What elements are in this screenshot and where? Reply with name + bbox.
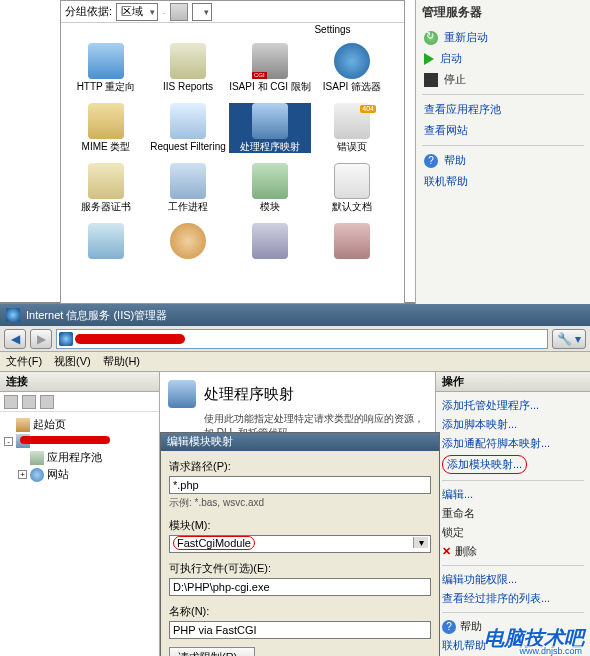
- collapse-icon[interactable]: -: [4, 437, 13, 446]
- help-icon-2: ?: [442, 620, 456, 634]
- content-title: 处理程序映射: [204, 385, 294, 404]
- address-bar: ◀ ▶ 🔧 ▾: [0, 326, 590, 352]
- feature-server-cert[interactable]: 服务器证书: [65, 163, 147, 213]
- feature-worker-process[interactable]: 工作进程: [147, 163, 229, 213]
- play-icon: [424, 53, 434, 65]
- feature-default-doc[interactable]: 默认文档: [311, 163, 393, 213]
- server-node-icon: [16, 434, 30, 448]
- features-icon-grid: HTTP 重定向 IIS Reports ISAPI 和 CGI 限制 ISAP…: [61, 35, 404, 279]
- iis-manager-window: Internet 信息服务 (IIS)管理器 ◀ ▶ 🔧 ▾ 文件(F) 视图(…: [0, 304, 590, 656]
- request-restrictions-button[interactable]: 请求限制(R)...: [169, 647, 255, 656]
- feature-request-filtering[interactable]: Request Filtering: [147, 103, 229, 153]
- action-restart[interactable]: 重新启动: [422, 27, 584, 48]
- action-view-ordered[interactable]: 查看经过排序的列表...: [442, 589, 584, 608]
- request-path-label: 请求路径(P):: [169, 459, 431, 474]
- action-add-module-mapping[interactable]: 添加模块映射...: [442, 455, 527, 474]
- menu-bar: 文件(F) 视图(V) 帮助(H): [0, 352, 590, 372]
- restart-icon: [424, 31, 438, 45]
- tree-app-pools[interactable]: 应用程序池: [4, 449, 155, 466]
- titlebar: Internet 信息服务 (IIS)管理器: [0, 304, 590, 326]
- stop-icon: [424, 73, 438, 87]
- connections-header: 连接: [0, 372, 159, 392]
- request-path-input[interactable]: [169, 476, 431, 494]
- name-label: 名称(N):: [169, 604, 431, 619]
- action-view-app-pools[interactable]: 查看应用程序池: [422, 99, 584, 120]
- connections-pane: 连接 起始页 - 应用程序池 +网站: [0, 372, 160, 656]
- tree-start-page[interactable]: 起始页: [4, 416, 155, 433]
- features-view: 分组依据: 区域 - Settings HTTP 重定向 IIS Reports…: [60, 0, 405, 304]
- action-help[interactable]: ?帮助: [422, 150, 584, 171]
- feature-http-redirect[interactable]: HTTP 重定向: [65, 43, 147, 93]
- tree-tool-3[interactable]: [40, 395, 54, 409]
- nav-back-button[interactable]: ◀: [4, 329, 26, 349]
- feature-generic-3[interactable]: [229, 223, 311, 261]
- feature-isapi-cgi[interactable]: ISAPI 和 CGI 限制: [229, 43, 311, 93]
- menu-file[interactable]: 文件(F): [6, 354, 42, 369]
- delete-icon: ✕: [442, 545, 451, 558]
- actions-pane: 操作 添加托管处理程序... 添加脚本映射... 添加通配符脚本映射... 添加…: [435, 372, 590, 656]
- group-by-combo[interactable]: 区域: [116, 3, 158, 21]
- window-title: Internet 信息服务 (IIS)管理器: [26, 308, 167, 323]
- tree-sites[interactable]: +网站: [4, 466, 155, 483]
- action-delete[interactable]: ✕删除: [442, 542, 584, 561]
- manage-server-panel: 管理服务器 重新启动 启动 停止 查看应用程序池 查看网站 ?帮助 联机帮助: [415, 0, 590, 304]
- action-view-sites[interactable]: 查看网站: [422, 120, 584, 141]
- server-icon: [59, 332, 73, 346]
- content-pane: 处理程序映射 使用此功能指定处理特定请求类型的响应的资源，如 DLL 和托管代码…: [160, 372, 435, 656]
- settings-label: Settings: [61, 23, 404, 35]
- action-start[interactable]: 启动: [422, 48, 584, 69]
- feature-error-pages[interactable]: 错误页: [311, 103, 393, 153]
- settings-icon[interactable]: [170, 3, 188, 21]
- feature-generic-2[interactable]: [147, 223, 229, 261]
- action-edit[interactable]: 编辑...: [442, 485, 584, 504]
- settings-dropdown[interactable]: [192, 3, 212, 21]
- feature-iis-reports[interactable]: IIS Reports: [147, 43, 229, 93]
- module-combo[interactable]: FastCgiModule: [169, 535, 431, 553]
- feature-isapi-filter[interactable]: ISAPI 筛选器: [311, 43, 393, 93]
- request-path-hint: 示例: *.bas, wsvc.axd: [169, 496, 431, 510]
- feature-generic-4[interactable]: [311, 223, 393, 261]
- action-stop[interactable]: 停止: [422, 69, 584, 90]
- action-lock[interactable]: 锁定: [442, 523, 584, 542]
- nav-forward-button: ▶: [30, 329, 52, 349]
- tree-tool-1[interactable]: [4, 395, 18, 409]
- module-label: 模块(M):: [169, 518, 431, 533]
- menu-view[interactable]: 视图(V): [54, 354, 91, 369]
- menu-help[interactable]: 帮助(H): [103, 354, 140, 369]
- name-input[interactable]: [169, 621, 431, 639]
- feature-modules[interactable]: 模块: [229, 163, 311, 213]
- iis-icon: [6, 308, 20, 322]
- feature-generic-1[interactable]: [65, 223, 147, 261]
- action-add-wildcard[interactable]: 添加通配符脚本映射...: [442, 434, 584, 453]
- address-redacted: [75, 334, 185, 344]
- executable-label: 可执行文件(可选)(E):: [169, 561, 431, 576]
- tree-tool-2[interactable]: [22, 395, 36, 409]
- help-icon: ?: [424, 154, 438, 168]
- features-toolbar: 分组依据: 区域 -: [61, 1, 404, 23]
- manage-server-title: 管理服务器: [422, 4, 584, 21]
- globe-icon: [30, 468, 44, 482]
- feature-handler-mappings[interactable]: 处理程序映射: [229, 103, 311, 153]
- address-tools[interactable]: 🔧 ▾: [552, 329, 586, 349]
- watermark-url: www.dnjsb.com: [517, 646, 584, 656]
- handler-mappings-icon: [168, 380, 196, 408]
- actions-header: 操作: [436, 372, 590, 392]
- group-by-label: 分组依据:: [65, 4, 112, 19]
- feature-mime-types[interactable]: MIME 类型: [65, 103, 147, 153]
- tree-server-node[interactable]: -: [4, 433, 155, 449]
- connections-toolbar: [0, 392, 159, 412]
- action-rename[interactable]: 重命名: [442, 504, 584, 523]
- edit-module-mapping-dialog: 编辑模块映射 请求路径(P): 示例: *.bas, wsvc.axd 模块(M…: [160, 432, 440, 656]
- connections-tree: 起始页 - 应用程序池 +网站: [0, 412, 159, 487]
- executable-input[interactable]: [169, 578, 431, 596]
- action-add-managed[interactable]: 添加托管处理程序...: [442, 396, 584, 415]
- dialog-title: 编辑模块映射: [161, 433, 439, 451]
- action-add-script[interactable]: 添加脚本映射...: [442, 415, 584, 434]
- expand-icon[interactable]: +: [18, 470, 27, 479]
- action-online-help[interactable]: 联机帮助: [422, 171, 584, 192]
- address-field[interactable]: [56, 329, 548, 349]
- pool-icon: [30, 451, 44, 465]
- action-edit-permissions[interactable]: 编辑功能权限...: [442, 570, 584, 589]
- home-icon: [16, 418, 30, 432]
